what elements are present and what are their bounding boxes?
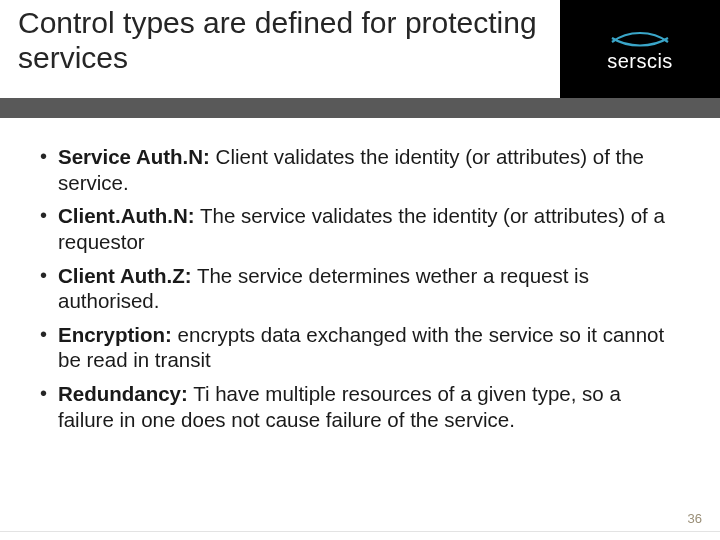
bullet-label: Service Auth.N: — [58, 145, 210, 168]
bullet-label: Client.Auth.N: — [58, 204, 195, 227]
list-item: Encryption: encrypts data exchanged with… — [40, 322, 680, 373]
list-item: Redundancy: Ti have multiple resources o… — [40, 381, 680, 432]
page-number: 36 — [688, 511, 702, 526]
header-bar — [0, 98, 720, 118]
slide-title: Control types are defined for protecting… — [18, 6, 544, 75]
logo-swoosh-icon — [610, 26, 670, 48]
serscis-logo: serscis — [607, 26, 673, 73]
bullet-label: Redundancy: — [58, 382, 188, 405]
slide-header: Control types are defined for protecting… — [0, 0, 720, 98]
list-item: Service Auth.N: Client validates the ide… — [40, 144, 680, 195]
logo-text: serscis — [607, 50, 673, 73]
bullet-label: Encryption: — [58, 323, 172, 346]
list-item: Client Auth.Z: The service determines we… — [40, 263, 680, 314]
bullet-label: Client Auth.Z: — [58, 264, 192, 287]
slide-body: Service Auth.N: Client validates the ide… — [0, 118, 720, 432]
list-item: Client.Auth.N: The service validates the… — [40, 203, 680, 254]
bullet-list: Service Auth.N: Client validates the ide… — [40, 144, 680, 432]
title-area: Control types are defined for protecting… — [0, 0, 560, 98]
slide: Control types are defined for protecting… — [0, 0, 720, 540]
footer-rule — [0, 531, 720, 532]
logo-area: serscis — [560, 0, 720, 98]
